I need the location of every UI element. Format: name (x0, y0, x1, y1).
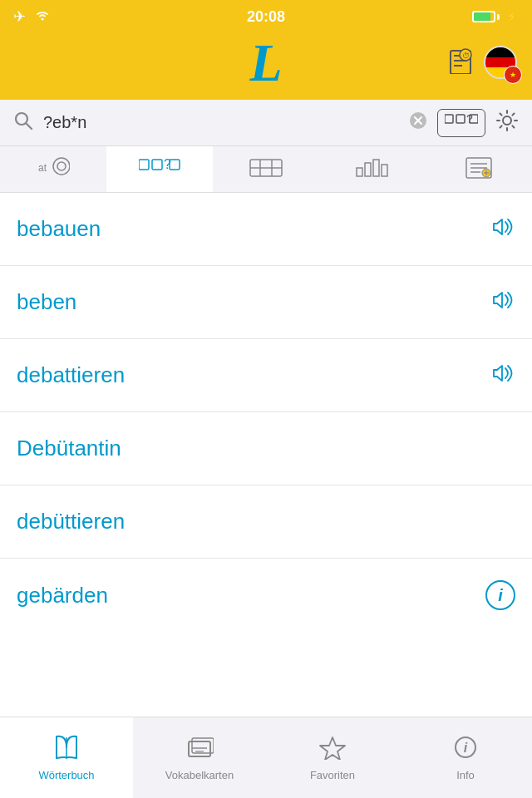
bottom-tab-info[interactable]: i Info (399, 717, 532, 798)
vokabelkarten-label: Vokabelkarten (165, 769, 234, 781)
tab-chart[interactable] (319, 146, 426, 192)
svg-point-18 (53, 158, 70, 175)
tab-exact[interactable]: at (0, 146, 106, 192)
airplane-icon: ✈ (13, 7, 26, 26)
word-text: debattieren (17, 362, 125, 388)
app-header: L ⏱ ★ (0, 33, 532, 100)
status-time: 20:08 (247, 8, 285, 26)
favoriten-icon (318, 735, 347, 766)
word-text: bebauen (17, 216, 101, 242)
word-item[interactable]: bebauen (0, 193, 532, 266)
info-label: Info (456, 769, 475, 781)
language-flag[interactable]: ★ (484, 46, 519, 81)
word-item[interactable]: Debütantin (0, 412, 532, 485)
svg-rect-28 (357, 168, 362, 176)
bottom-tab-bar: Wörterbuch Vokabelkarten Favoriten i (0, 717, 532, 798)
svg-point-19 (57, 162, 66, 170)
svg-rect-13 (456, 115, 465, 123)
word-item[interactable]: debattieren (0, 339, 532, 412)
svg-rect-12 (445, 115, 453, 123)
wifi-icon (34, 9, 51, 24)
chinese-flag-overlay: ★ (504, 66, 522, 84)
svg-marker-44 (320, 737, 345, 760)
search-icon (13, 111, 33, 135)
word-item[interactable]: debüttieren (0, 485, 532, 559)
search-input[interactable]: ?eb*n (43, 113, 399, 132)
svg-point-0 (42, 18, 44, 21)
sound-icon[interactable] (490, 363, 515, 388)
history-icon[interactable]: ⏱ (447, 47, 474, 80)
status-left: ✈ (13, 7, 51, 26)
bottom-tab-woerterbuch[interactable]: Wörterbuch (0, 717, 133, 798)
word-text: Debütantin (17, 436, 121, 461)
sound-icon[interactable] (490, 290, 515, 315)
app-logo: L (249, 37, 282, 90)
svg-text:⏱: ⏱ (462, 52, 470, 60)
bottom-tab-favoriten[interactable]: Favoriten (266, 717, 399, 798)
tab-text[interactable] (426, 146, 532, 192)
svg-point-16 (503, 116, 511, 125)
vokabelkarten-icon (185, 735, 214, 766)
word-item[interactable]: gebärden i (0, 559, 532, 632)
search-tabs: at ? (0, 146, 532, 193)
info-button[interactable]: i (485, 580, 515, 610)
status-bar: ✈ 20:08 ⚡ (0, 0, 532, 33)
svg-rect-20 (139, 160, 149, 170)
svg-text:at: at (38, 162, 47, 174)
svg-rect-21 (152, 160, 162, 170)
svg-rect-30 (373, 160, 379, 176)
word-list: bebauen beben debattieren (0, 193, 532, 717)
tab-map1[interactable] (213, 146, 319, 192)
woerterbuch-label: Wörterbuch (38, 769, 94, 781)
info-icon: i (451, 735, 480, 766)
word-item[interactable]: beben (0, 266, 532, 339)
charging-icon: ⚡ (506, 11, 519, 22)
woerterbuch-icon (52, 735, 81, 766)
battery-icon (472, 11, 500, 22)
settings-icon[interactable] (495, 109, 519, 137)
word-text: debüttieren (17, 509, 125, 534)
bottom-tab-vokabelkarten[interactable]: Vokabelkarten (133, 717, 266, 798)
tab-wildcard[interactable]: ? (106, 146, 213, 192)
sound-icon[interactable] (490, 217, 515, 242)
status-right: ⚡ (472, 11, 519, 22)
svg-rect-31 (382, 165, 387, 176)
svg-rect-29 (365, 163, 371, 176)
svg-text:i: i (464, 741, 468, 755)
search-clear-button[interactable] (409, 111, 427, 134)
word-text: gebärden (17, 583, 108, 608)
word-text: beben (17, 289, 76, 315)
svg-line-8 (27, 123, 32, 129)
favoriten-label: Favoriten (310, 769, 355, 781)
search-bar: ?eb*n ? (0, 100, 532, 146)
header-icons: ⏱ ★ (447, 46, 519, 81)
wildcard-button[interactable]: ? (437, 109, 485, 137)
